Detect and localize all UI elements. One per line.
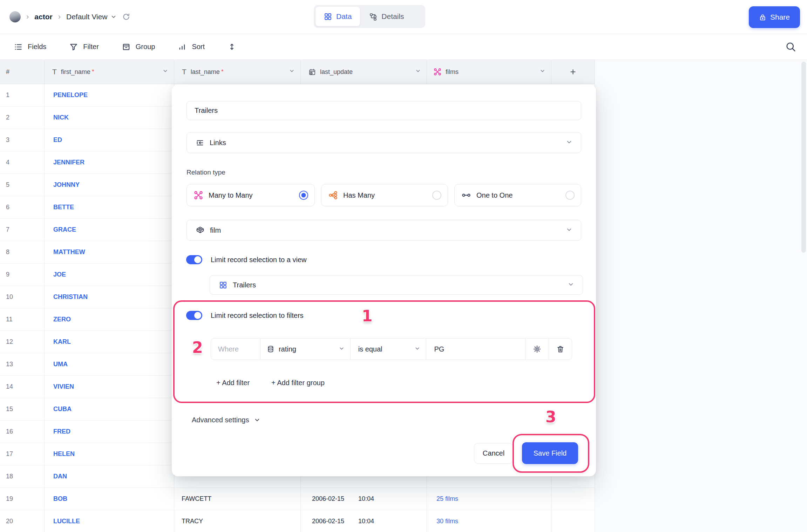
database-icon bbox=[267, 345, 274, 353]
filter-conjunction: Where bbox=[211, 339, 260, 360]
add-field-button[interactable]: + bbox=[551, 60, 595, 84]
cell-first-name[interactable]: KARL bbox=[45, 331, 174, 353]
radio-selected[interactable] bbox=[299, 191, 308, 200]
table-row[interactable]: 20LUCILLETRACY2006-02-1510:0430 films bbox=[0, 510, 595, 532]
cell-first-name[interactable]: JENNIFER bbox=[45, 151, 174, 174]
app-window: › actor › Default View Data Details Shar… bbox=[0, 0, 807, 532]
row-number: 2 bbox=[0, 107, 45, 129]
cell-first-name[interactable]: MATTHEW bbox=[45, 241, 174, 264]
filter-operator-select[interactable]: is equal bbox=[351, 339, 427, 360]
calendar-clock-icon bbox=[308, 68, 316, 76]
chevron-down-icon[interactable] bbox=[289, 68, 295, 76]
cell-first-name[interactable]: FRED bbox=[45, 421, 174, 443]
breadcrumb-table[interactable]: actor bbox=[34, 13, 52, 21]
arrow-up-down-icon bbox=[228, 43, 236, 51]
cell-last-update[interactable]: 2006-02-1510:04 bbox=[301, 510, 427, 532]
filter-field-select[interactable]: rating bbox=[260, 339, 351, 360]
add-filter-group-button[interactable]: + Add filter group bbox=[271, 379, 325, 387]
tab-details[interactable]: Details bbox=[361, 7, 412, 26]
limit-view-label: Limit record selection to a view bbox=[211, 256, 306, 264]
column-header-row-number[interactable]: # bbox=[0, 60, 45, 84]
fields-list-icon bbox=[14, 43, 22, 51]
breadcrumb-view[interactable]: Default View bbox=[66, 13, 117, 21]
link-field-type-icon bbox=[196, 139, 204, 147]
cell-first-name[interactable]: CUBA bbox=[45, 398, 174, 421]
share-button[interactable]: Share bbox=[749, 6, 800, 28]
row-number: 9 bbox=[0, 264, 45, 286]
column-header-last-update[interactable]: last_update bbox=[301, 60, 427, 84]
chevron-down-icon bbox=[254, 417, 260, 423]
cell-first-name[interactable]: UMA bbox=[45, 353, 174, 376]
cell-last-update[interactable]: 2006-02-1510:04 bbox=[301, 488, 427, 510]
cell-films[interactable]: 30 films bbox=[427, 510, 551, 532]
cell-first-name[interactable]: BOB bbox=[45, 488, 174, 510]
chevron-down-icon bbox=[566, 139, 572, 147]
save-field-button[interactable]: Save Field bbox=[522, 442, 578, 464]
cell-first-name[interactable]: ED bbox=[45, 129, 174, 151]
chevron-down-icon bbox=[110, 14, 117, 20]
relation-type-label: Relation type bbox=[187, 169, 225, 176]
cell-first-name[interactable]: JOHNNY bbox=[45, 174, 174, 196]
cell-first-name[interactable]: CHRISTIAN bbox=[45, 286, 174, 308]
tab-data[interactable]: Data bbox=[316, 7, 360, 26]
table-header-row: # T first_name* T last_name* last_update bbox=[0, 60, 595, 84]
limit-filters-label: Limit record selection to filters bbox=[211, 312, 304, 320]
cell-last-name[interactable]: TRACY bbox=[174, 510, 301, 532]
limit-filters-toggle-on[interactable] bbox=[186, 311, 202, 320]
filter-settings-button[interactable] bbox=[525, 339, 549, 360]
filter-value-input[interactable]: PG bbox=[426, 339, 525, 360]
cell-first-name[interactable]: ZERO bbox=[45, 308, 174, 331]
chevron-down-icon[interactable] bbox=[415, 68, 421, 76]
refresh-icon[interactable] bbox=[122, 13, 130, 21]
linked-table-select[interactable]: film bbox=[187, 220, 581, 241]
add-filter-button[interactable]: + Add filter bbox=[216, 379, 250, 387]
column-header-first-name[interactable]: T first_name* bbox=[45, 60, 174, 84]
row-number: 15 bbox=[0, 398, 45, 421]
cell-first-name[interactable]: DAN bbox=[45, 465, 174, 488]
cancel-button[interactable]: Cancel bbox=[474, 443, 513, 464]
cell-empty bbox=[551, 510, 595, 532]
text-field-icon: T bbox=[182, 68, 187, 76]
cell-first-name[interactable]: JOE bbox=[45, 264, 174, 286]
view-select[interactable]: Trailers bbox=[210, 275, 583, 295]
grid-icon bbox=[324, 13, 332, 21]
cell-first-name[interactable]: VIVIEN bbox=[45, 376, 174, 398]
app-logo-icon[interactable] bbox=[9, 11, 21, 22]
cell-last-name[interactable]: FAWCETT bbox=[174, 488, 301, 510]
row-number: 3 bbox=[0, 129, 45, 151]
row-number: 14 bbox=[0, 376, 45, 398]
fields-button[interactable]: Fields bbox=[14, 43, 46, 51]
advanced-settings-toggle[interactable]: Advanced settings bbox=[192, 416, 260, 424]
cell-first-name[interactable]: HELEN bbox=[45, 443, 174, 465]
cell-first-name[interactable]: BETTE bbox=[45, 196, 174, 219]
chevron-down-icon[interactable] bbox=[540, 68, 545, 76]
relation-option-many-to-many[interactable]: Many to Many bbox=[187, 184, 315, 206]
search-icon[interactable] bbox=[785, 41, 797, 55]
relation-option-has-many[interactable]: Has Many bbox=[321, 184, 448, 206]
cell-first-name[interactable]: LUCILLE bbox=[45, 510, 174, 532]
field-name-input[interactable] bbox=[187, 101, 581, 120]
required-mark: * bbox=[92, 68, 94, 75]
filter-delete-button[interactable] bbox=[549, 339, 572, 360]
field-type-select[interactable]: Links bbox=[187, 132, 581, 153]
filter-button[interactable]: Filter bbox=[69, 43, 99, 51]
text-field-icon: T bbox=[52, 68, 57, 76]
row-height-button[interactable] bbox=[228, 43, 236, 51]
chevron-down-icon[interactable] bbox=[162, 68, 168, 76]
top-bar: › actor › Default View Data Details Shar… bbox=[0, 0, 807, 34]
radio-unselected[interactable] bbox=[565, 191, 575, 200]
radio-unselected[interactable] bbox=[432, 191, 441, 200]
cell-first-name[interactable]: PENELOPE bbox=[45, 84, 174, 107]
column-header-last-name[interactable]: T last_name* bbox=[174, 60, 301, 84]
cell-films[interactable]: 25 films bbox=[427, 488, 551, 510]
limit-view-toggle-on[interactable] bbox=[186, 255, 202, 264]
relation-option-one-to-one[interactable]: One to One bbox=[454, 184, 581, 206]
sort-button[interactable]: Sort bbox=[178, 43, 205, 51]
column-header-films[interactable]: films bbox=[427, 60, 551, 84]
breadcrumb-separator: › bbox=[26, 12, 29, 21]
table-row[interactable]: 19BOBFAWCETT2006-02-1510:0425 films bbox=[0, 488, 595, 510]
cell-first-name[interactable]: GRACE bbox=[45, 219, 174, 241]
vertical-scrollbar[interactable] bbox=[801, 62, 806, 253]
group-button[interactable]: Group bbox=[122, 43, 155, 51]
cell-first-name[interactable]: NICK bbox=[45, 107, 174, 129]
